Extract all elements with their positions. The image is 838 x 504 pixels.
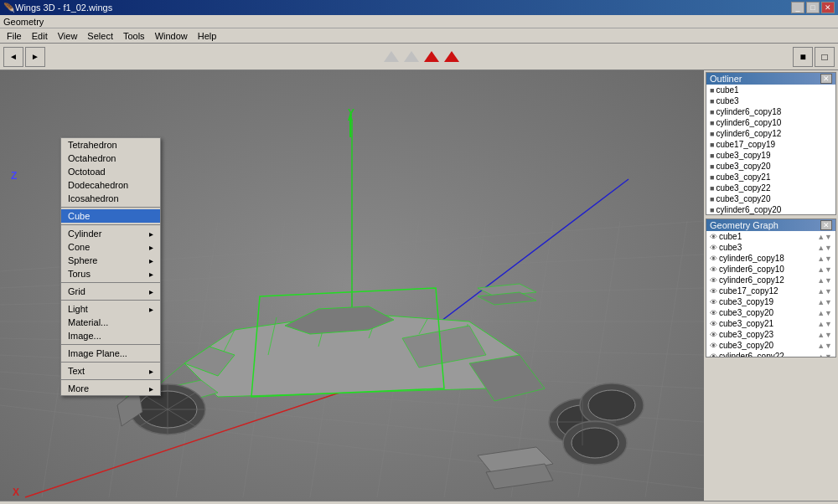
geograph-item[interactable]: 👁cube3_copy20▲▼ — [706, 340, 835, 351]
svg-text:X: X — [13, 486, 19, 498]
geograph-item[interactable]: 👁cube3_copy20▲▼ — [706, 307, 835, 318]
menu-view[interactable]: View — [53, 30, 83, 42]
menu-help[interactable]: Help — [193, 30, 222, 42]
ctx-sep-1 — [61, 207, 160, 208]
geograph-item[interactable]: 👁cube3_copy19▲▼ — [706, 296, 835, 307]
minimize-button[interactable]: _ — [791, 2, 804, 13]
geograph-item[interactable]: 👁cylinder6_copy12▲▼ — [706, 275, 835, 285]
geograph-item[interactable]: 👁cube3▲▼ — [706, 242, 835, 253]
outliner-item[interactable]: ■cylinder6_copy12 — [706, 128, 835, 139]
geograph-item[interactable]: 👁cube3_copy21▲▼ — [706, 318, 835, 329]
outliner-item[interactable]: ■cube1 — [706, 85, 835, 95]
svg-point-49 — [588, 390, 635, 420]
ctx-cone[interactable]: Cone▸ — [61, 240, 160, 254]
menu-select[interactable]: Select — [82, 30, 118, 42]
outliner-item[interactable]: ■cube3_copy20 — [706, 193, 835, 204]
outliner-item[interactable]: ■cube3 — [706, 95, 835, 106]
ctx-octahedron[interactable]: Octahedron — [61, 152, 160, 165]
window-controls: _ □ ✕ — [791, 2, 835, 13]
svg-marker-39 — [469, 355, 545, 401]
svg-text:Z: Z — [11, 170, 17, 182]
ctx-sep-5 — [61, 344, 160, 345]
context-menu[interactable]: Tetrahedron Octahedron Octotoad Dodecahe… — [60, 137, 161, 396]
ctx-sep-7 — [61, 379, 160, 380]
toolbar-left-arrow[interactable]: ◄ — [3, 47, 23, 67]
ctx-sep-6 — [61, 362, 160, 363]
outliner-item[interactable]: ■cylinder6_copy20 — [706, 204, 835, 214]
ctx-cylinder[interactable]: Cylinder▸ — [61, 227, 160, 240]
outliner-item[interactable]: ■cylinder6_copy10 — [706, 117, 835, 128]
window-title: Wings 3D - f1_02.wings — [15, 3, 112, 13]
statusbar: Create a cube — [0, 501, 838, 504]
ctx-sep-4 — [61, 300, 160, 301]
maximize-button[interactable]: □ — [806, 2, 820, 13]
ctx-sep-3 — [61, 282, 160, 283]
outliner-item[interactable]: ■cube3_copy20 — [706, 161, 835, 172]
ctx-grid[interactable]: Grid▸ — [61, 285, 160, 298]
menu-tools[interactable]: Tools — [118, 30, 150, 42]
geograph-item[interactable]: 👁cylinder6_copy18▲▼ — [706, 253, 835, 264]
outliner-item[interactable]: ■cube3_copy21 — [706, 172, 835, 183]
view-btn-1[interactable]: ■ — [793, 47, 813, 67]
ctx-more[interactable]: More▸ — [61, 382, 160, 395]
svg-line-18 — [645, 221, 687, 497]
geograph-item[interactable]: 👁cylinder6_copy22▲▼ — [706, 351, 835, 357]
ctx-image-plane[interactable]: Image Plane... — [61, 347, 160, 360]
svg-marker-37 — [478, 292, 536, 305]
ctx-text[interactable]: Text▸ — [61, 364, 160, 378]
ctx-cube[interactable]: Cube — [61, 209, 160, 223]
ctx-image[interactable]: Image... — [61, 329, 160, 342]
view-btn-2[interactable]: □ — [815, 47, 835, 67]
geograph-item[interactable]: 👁cube3_copy23▲▼ — [706, 329, 835, 340]
title-icon: 🪶 — [3, 3, 15, 13]
tri-btn-3[interactable] — [424, 51, 439, 62]
outliner-header: Outliner ✕ — [706, 73, 835, 85]
outliner-item[interactable]: ■cube3_copy19 — [706, 150, 835, 161]
outliner-close-btn[interactable]: ✕ — [820, 74, 832, 84]
geograph-item[interactable]: 👁cylinder6_copy10▲▼ — [706, 264, 835, 275]
menu-file[interactable]: File — [2, 30, 27, 42]
outliner-item[interactable]: ■cube17_copy19 — [706, 139, 835, 150]
ctx-light[interactable]: Light▸ — [61, 302, 160, 316]
close-button[interactable]: ✕ — [821, 2, 835, 13]
outliner-item[interactable]: ■cylinder6_copy18 — [706, 106, 835, 117]
ctx-sphere[interactable]: Sphere▸ — [61, 254, 160, 267]
tri-btn-4[interactable] — [444, 51, 459, 62]
menu-edit[interactable]: Edit — [27, 30, 53, 42]
tri-btn-1[interactable] — [384, 51, 399, 62]
right-panels: Outliner ✕ ■cube1 ■cube3 ■cylinder6_copy… — [704, 70, 838, 501]
ctx-torus[interactable]: Torus▸ — [61, 267, 160, 280]
geograph-panel: Geometry Graph ✕ 👁cube1▲▼ 👁cube3▲▼ 👁cyli… — [706, 219, 836, 357]
tri-btn-2[interactable] — [404, 51, 419, 62]
svg-line-34 — [159, 363, 184, 384]
menubar: File Edit View Select Tools Window Help — [0, 28, 838, 44]
geograph-content: 👁cube1▲▼ 👁cube3▲▼ 👁cylinder6_copy18▲▼ 👁c… — [706, 231, 835, 357]
outliner-panel: Outliner ✕ ■cube1 ■cube3 ■cylinder6_copy… — [706, 72, 836, 215]
window-submenu-label: Geometry — [3, 17, 44, 27]
toolbar-right-arrow[interactable]: ► — [25, 47, 45, 67]
outliner-title: Outliner — [710, 74, 742, 84]
viewport-3d[interactable]: X Y Z — [0, 70, 704, 501]
geograph-header: Geometry Graph ✕ — [706, 219, 835, 231]
ctx-octotoad[interactable]: Octotoad — [61, 165, 160, 178]
ctx-dodecahedron[interactable]: Dodecahedron — [61, 178, 160, 192]
menu-window[interactable]: Window — [150, 30, 193, 42]
ctx-material[interactable]: Material... — [61, 316, 160, 329]
ctx-tetrahedron[interactable]: Tetrahedron — [61, 138, 160, 152]
svg-point-51 — [572, 428, 618, 458]
toolbar: ◄ ► ■ □ — [0, 44, 838, 70]
main-area: X Y Z — [0, 70, 838, 501]
outliner-item[interactable]: ■cube3_copy22 — [706, 183, 835, 193]
geograph-close-btn[interactable]: ✕ — [820, 220, 832, 230]
geograph-item[interactable]: 👁cube1▲▼ — [706, 231, 835, 242]
ctx-icosahedron[interactable]: Icosahedron — [61, 192, 160, 205]
titlebar: 🪶 Wings 3D - f1_02.wings _ □ ✕ — [0, 0, 838, 15]
outliner-content: ■cube1 ■cube3 ■cylinder6_copy18 ■cylinde… — [706, 85, 835, 214]
ctx-sep-2 — [61, 224, 160, 225]
geograph-title: Geometry Graph — [710, 220, 779, 230]
geograph-item[interactable]: 👁cube17_copy12▲▼ — [706, 285, 835, 296]
